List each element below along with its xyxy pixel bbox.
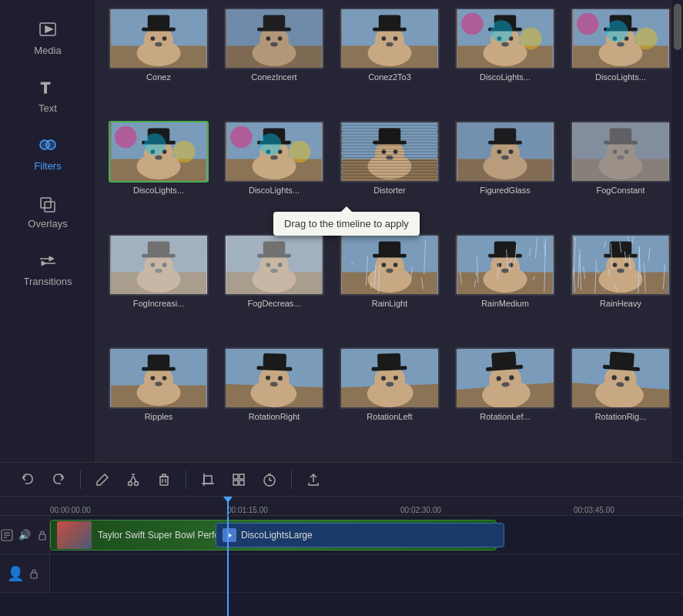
filter-thumb-fogconstant [571,121,671,182]
filter-item-ripples[interactable]: Ripples [104,347,213,454]
filter-thumb-discolights1 [455,8,555,69]
playhead-triangle [223,497,233,503]
filter-thumb-discolights2 [571,8,671,69]
filter-label-fogincreasing: FogIncreasi... [133,299,185,308]
filter-label-rainlight: RainLight [372,299,407,308]
filter-item-rotright[interactable]: RotationRight [219,347,329,454]
svg-marker-1 [45,26,52,32]
filter-label-discolights3: DiscoLights... [133,186,184,195]
delete-button[interactable] [152,467,176,492]
svg-rect-282 [204,476,212,484]
svg-point-26 [266,36,271,41]
filter-item-figuredglass[interactable]: FiguredGlass [450,121,560,228]
sidebar-item-transitions[interactable]: Transitions [0,239,95,296]
filter-item-rotleft2[interactable]: RotationLef... [450,347,560,454]
track-content-empty [50,554,683,592]
lock-track-icon[interactable] [26,566,42,581]
svg-rect-120 [494,129,517,142]
filter-label-rotright: RotationRight [249,412,300,421]
scrollbar[interactable] [672,0,683,462]
track-lock-icon[interactable] [35,527,49,543]
ruler-mark-2: 00:02:30.00 [400,506,441,514]
filter-item-rainheavy[interactable]: RainHeavy [566,234,675,341]
playhead-ruler [227,497,229,516]
filter-label-rotleft: RotationLeft [367,412,412,421]
filter-label-discolights2: DiscoLights... [595,72,646,82]
filter-thumb-fogdecreasing [224,234,324,296]
filter-thumb-conez [109,8,209,69]
filter-item-fogconstant[interactable]: FogConstant [566,121,675,228]
ruler-mark-1: 00:01:15.00 [227,506,268,514]
filter-thumb-rainlight [340,234,440,296]
crop-button[interactable] [196,467,220,492]
filter-label-rainheavy: RainHeavy [600,299,641,308]
scroll-thumb[interactable] [674,4,681,50]
svg-point-122 [509,149,514,154]
move-button[interactable] [226,467,251,492]
pen-button[interactable] [90,467,115,492]
filter-thumb-rotleft2 [455,347,555,409]
sidebar-item-filters[interactable]: Filters [0,123,95,181]
svg-rect-261 [491,352,517,368]
svg-rect-34 [379,15,401,28]
divider-3 [291,470,292,489]
track-settings-icon[interactable] [0,527,15,543]
svg-point-18 [162,36,167,41]
svg-point-203 [617,269,624,273]
filter-label-fogconstant: FogConstant [597,186,645,195]
svg-point-59 [577,13,599,35]
filter-item-distorter[interactable]: Distorter [335,121,444,228]
svg-rect-288 [239,480,244,485]
filter-item-fogincreasing[interactable]: FogIncreasi... [104,234,213,341]
undo-button[interactable] [15,467,40,492]
filter-label-conezincert: ConezIncert [251,72,296,82]
divider-2 [186,470,186,489]
svg-rect-91 [379,129,401,142]
svg-point-275 [135,481,139,485]
svg-marker-10 [42,261,46,266]
sidebar-item-media[interactable]: Media [0,8,95,65]
filter-thumb-rotright [224,347,324,409]
filter-item-rainmedium[interactable]: RainMedium [450,234,560,341]
sidebar-transitions-label: Transitions [23,276,72,287]
ruler-mark-3: 00:03:45.00 [574,506,614,514]
filter-clip[interactable]: ✦ DiscoLightsLarge [216,523,504,547]
filter-item-fogdecreasing[interactable]: FogDecreas... [219,234,329,341]
filter-label-distorter: Distorter [373,186,406,195]
svg-rect-279 [160,477,168,485]
timeline-ruler: 00:00:00.00 00:01:15.00 00:02:30.00 00:0… [0,497,683,516]
svg-line-276 [130,476,133,482]
filter-item-conez[interactable]: Conez [104,8,213,115]
filter-item-rotleft[interactable]: RotationLeft [335,347,444,454]
filter-item-discolights2[interactable]: DiscoLights... [566,8,675,115]
filter-label-fogdecreasing: FogDecreas... [247,299,300,308]
svg-rect-286 [239,474,244,479]
svg-point-160 [382,263,387,267]
svg-rect-16 [148,15,170,28]
filter-item-discolights3[interactable]: DiscoLights... [104,121,213,228]
video-track: 🔊 Taylor Swift Super Bowl Performance - … [0,516,683,554]
track-audio-icon[interactable]: 🔊 [18,527,32,543]
filter-thumb-rotleft [340,347,440,409]
filter-label-conez2to3: Conez2To3 [368,72,411,82]
svg-point-177 [497,263,502,267]
redo-button[interactable] [46,467,71,492]
export-button[interactable] [301,467,326,492]
filter-item-conez2to3[interactable]: Conez2To3 [335,8,444,115]
filter-item-discolights4[interactable]: DiscoLights... [219,121,329,228]
filter-item-conezincert[interactable]: ConezIncert [219,8,329,115]
sidebar-item-overlays[interactable]: Overlays [0,181,95,239]
filter-item-rainlight[interactable]: RainLight [335,234,444,341]
filter-label-rotleft2: RotationLef... [480,412,530,421]
cut-button[interactable] [121,467,146,492]
add-track-icon[interactable]: 👤 [8,566,23,581]
timer-button[interactable] [257,467,282,492]
filter-thumb-distorter [340,121,440,182]
filter-thumb-rotright2 [571,347,671,409]
timeline: 00:00:00.00 00:01:15.00 00:02:30.00 00:0… [0,497,683,616]
filter-item-discolights1[interactable]: DiscoLights... [450,8,560,115]
svg-rect-25 [263,15,286,28]
filter-thumb-ripples [109,347,209,409]
filter-item-rotright2[interactable]: RotationRig... [566,347,675,454]
sidebar-item-text[interactable]: T Text [0,65,95,123]
